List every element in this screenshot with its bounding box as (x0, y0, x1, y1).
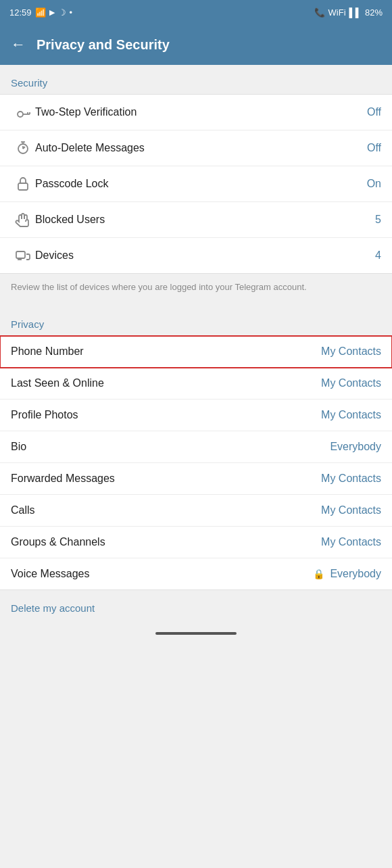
auto-delete-item[interactable]: Auto-Delete Messages Off (0, 130, 392, 166)
passcode-lock-item[interactable]: Passcode Lock On (0, 166, 392, 202)
status-left: 12:59 📶 ▶ ☽ • (9, 7, 72, 18)
last-seen-value: My Contacts (321, 377, 381, 389)
key-icon (11, 104, 35, 120)
passcode-lock-value: On (367, 178, 381, 190)
signal-icon: ▌▌ (349, 7, 362, 18)
devices-icon (11, 247, 35, 264)
header: ← Privacy and Security (0, 24, 392, 65)
profile-photos-value: My Contacts (321, 409, 381, 421)
svg-point-0 (18, 112, 23, 117)
moon-icon: ☽ (58, 7, 66, 18)
blocked-users-item[interactable]: Blocked Users 5 (0, 202, 392, 238)
forwarded-messages-item[interactable]: Forwarded Messages My Contacts (0, 463, 392, 495)
status-time: 12:59 (9, 7, 32, 18)
two-step-value: Off (367, 106, 381, 118)
privacy-group: Phone Number My Contacts Last Seen & Onl… (0, 335, 392, 590)
forwarded-messages-value: My Contacts (321, 473, 381, 485)
security-group: Two-Step Verification Off Auto-Delete Me… (0, 94, 392, 274)
battery-label: 82% (365, 7, 383, 18)
groups-channels-value: My Contacts (321, 536, 381, 548)
page-title: Privacy and Security (36, 37, 170, 53)
bio-value: Everybody (330, 441, 381, 453)
phone-number-label: Phone Number (11, 345, 321, 358)
calls-item[interactable]: Calls My Contacts (0, 495, 392, 527)
auto-delete-label: Auto-Delete Messages (35, 142, 367, 154)
auto-delete-value: Off (367, 142, 381, 154)
two-step-verification-item[interactable]: Two-Step Verification Off (0, 95, 392, 130)
sim-icon: 📶 (35, 7, 46, 18)
voice-messages-item[interactable]: Voice Messages 🔒 Everybody (0, 558, 392, 589)
voice-messages-label: Voice Messages (11, 568, 313, 580)
profile-photos-label: Profile Photos (11, 409, 321, 421)
groups-channels-label: Groups & Channels (11, 536, 321, 548)
back-button[interactable]: ← (11, 36, 26, 53)
profile-photos-item[interactable]: Profile Photos My Contacts (0, 400, 392, 431)
bio-item[interactable]: Bio Everybody (0, 431, 392, 463)
two-step-label: Two-Step Verification (35, 106, 367, 118)
last-seen-item[interactable]: Last Seen & Online My Contacts (0, 368, 392, 400)
wifi-icon: WiFi (328, 7, 346, 18)
youtube-icon: ▶ (49, 8, 55, 17)
status-right: 📞 WiFi ▌▌ 82% (314, 7, 383, 18)
devices-label: Devices (35, 249, 375, 262)
blocked-users-label: Blocked Users (35, 214, 375, 226)
lock-icon (11, 176, 35, 192)
delete-account-button[interactable]: Delete my account (11, 602, 95, 614)
blocked-users-value: 5 (375, 214, 381, 226)
home-indicator (155, 632, 237, 635)
last-seen-label: Last Seen & Online (11, 377, 321, 389)
lock-small-icon: 🔒 (313, 569, 324, 579)
phone-number-item[interactable]: Phone Number My Contacts (0, 336, 392, 368)
voice-messages-value: 🔒 Everybody (313, 568, 381, 580)
svg-rect-8 (18, 183, 28, 190)
phone-icon: 📞 (314, 7, 325, 18)
security-section-label: Security (0, 65, 392, 94)
delete-account-section: Delete my account (0, 590, 392, 621)
status-bar: 12:59 📶 ▶ ☽ • 📞 WiFi ▌▌ 82% (0, 0, 392, 24)
devices-item[interactable]: Devices 4 (0, 238, 392, 273)
dot-icon: • (70, 7, 73, 18)
calls-label: Calls (11, 504, 321, 516)
timer-icon (11, 140, 35, 156)
svg-rect-9 (16, 251, 25, 258)
phone-number-value: My Contacts (321, 345, 381, 358)
bio-label: Bio (11, 441, 330, 453)
devices-info: Review the list of devices where you are… (0, 274, 392, 306)
groups-channels-item[interactable]: Groups & Channels My Contacts (0, 527, 392, 558)
calls-value: My Contacts (321, 504, 381, 516)
passcode-lock-label: Passcode Lock (35, 178, 367, 190)
privacy-section-label: Privacy (0, 306, 392, 335)
forwarded-messages-label: Forwarded Messages (11, 473, 321, 485)
hand-icon (11, 212, 35, 228)
devices-value: 4 (375, 249, 381, 262)
bottom-bar (0, 621, 392, 646)
